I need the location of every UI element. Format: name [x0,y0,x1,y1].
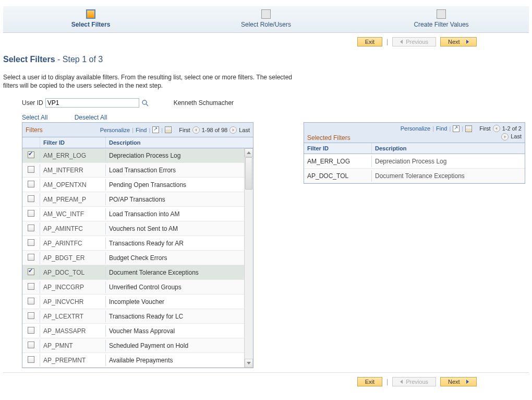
range-text: 1-2 of 2 [502,125,522,132]
col-filter-id[interactable]: Filter ID [43,139,65,146]
cell-description: Unverified Control Groups [106,281,253,293]
cell-description: Transactions Ready for LC [106,311,253,322]
table-row[interactable]: AM_ERR_LOGDepreciation Process Log [22,148,253,163]
cell-description: Load Transaction into AM [106,208,253,220]
user-id-input[interactable] [45,98,139,108]
table-row[interactable]: AM_WC_INTFLoad Transaction into AM [22,207,253,221]
last-label[interactable]: Last [239,127,250,133]
wizard-steps: Select Filters Select Role/Users Create … [3,6,529,33]
filters-column-headers: Filter ID Description [22,137,253,148]
next-button[interactable]: Next [440,37,477,46]
svg-point-0 [142,100,147,104]
first-label[interactable]: First [479,125,490,132]
selected-filters-grid: Personalize | Find | | First 1-2 of 2 Se… [304,122,525,184]
last-label[interactable]: Last [511,133,522,140]
next-label: Next [448,379,460,385]
cell-filter-id: AM_ERR_LOG [304,156,372,167]
download-icon[interactable] [465,125,472,132]
wizard-step-select-filters[interactable]: Select Filters [3,6,178,32]
personalize-link[interactable]: Personalize [401,125,430,132]
find-link[interactable]: Find [436,125,447,132]
table-row[interactable]: AP_INCCGRPUnverified Control Groups [22,280,253,295]
wizard-step-label: Select Role/Users [178,21,354,28]
row-checkbox[interactable] [28,195,34,202]
table-row[interactable]: AP_MASSAPRVoucher Mass Approval [22,324,253,338]
table-row[interactable]: AP_DOC_TOLDocument Tolerance Exceptions [304,169,525,183]
vertical-separator: | [386,378,388,385]
row-checkbox[interactable] [28,342,34,348]
cell-description: Pending Open Transactions [106,179,253,191]
table-row[interactable]: AP_INCVCHRIncomplete Voucher [22,295,253,309]
next-page-icon[interactable] [229,126,237,134]
row-checkbox[interactable] [28,356,34,363]
cell-description: Document Tolerance Exceptions [106,267,253,278]
table-row[interactable]: AP_DOC_TOLDocument Tolerance Exceptions [22,265,253,280]
find-link[interactable]: Find [136,127,147,133]
deselect-all-link[interactable]: Deselect All [75,114,107,121]
row-checkbox[interactable] [28,298,34,304]
col-description[interactable]: Description [375,145,407,151]
filters-grid-tools: Personalize | Find | | First 1-98 of 98 … [100,126,250,134]
chevron-left-icon [400,380,403,384]
previous-button[interactable]: Previous [392,37,436,46]
prev-page-icon[interactable] [493,125,500,132]
row-checkbox[interactable] [28,239,34,246]
wizard-step-create-filter-values[interactable]: Create Filter Values [354,6,529,32]
scroll-up-icon[interactable] [245,148,253,157]
range-text: 1-98 of 98 [202,127,228,133]
next-button[interactable]: Next [440,377,477,386]
cell-filter-id: AM_PREAM_P [40,194,106,205]
prev-page-icon[interactable] [192,126,200,134]
first-label[interactable]: First [179,127,190,133]
zoom-icon[interactable] [152,126,159,133]
table-row[interactable]: AM_ERR_LOGDepreciation Process Log [304,154,525,169]
bottom-button-bar: Exit | Previous Next [3,377,529,386]
user-id-label: User ID [22,99,43,107]
select-all-link[interactable]: Select All [22,114,47,121]
chevron-right-icon [466,380,469,384]
selected-column-headers: Filter ID Description [304,143,525,154]
col-description[interactable]: Description [109,139,141,146]
wizard-step-label: Select Filters [3,21,178,28]
wizard-step-select-role-users[interactable]: Select Role/Users [178,6,354,32]
zoom-icon[interactable] [453,125,460,132]
row-checkbox[interactable] [28,268,34,275]
scroll-down-icon[interactable] [245,359,253,368]
lookup-icon[interactable] [141,99,149,107]
row-checkbox[interactable] [28,283,34,290]
exit-button[interactable]: Exit [357,377,382,386]
row-checkbox[interactable] [28,181,34,187]
table-row[interactable]: AM_INTFERRLoad Transaction Errors [22,163,253,178]
row-checkbox[interactable] [28,210,34,217]
row-checkbox[interactable] [28,225,34,231]
row-checkbox[interactable] [28,312,34,319]
cell-filter-id: AP_DOC_TOL [304,170,372,182]
previous-button[interactable]: Previous [392,377,436,386]
scrollbar[interactable] [244,148,253,368]
table-row[interactable]: AP_PREPMNTAvailable Prepayments [22,353,253,368]
col-filter-id[interactable]: Filter ID [307,145,329,151]
table-row[interactable]: AM_OPENTXNPending Open Transactions [22,178,253,192]
row-checkbox[interactable] [28,151,34,158]
previous-label: Previous [406,379,428,385]
cell-filter-id: AP_ARINTFC [40,238,106,249]
next-page-icon[interactable] [501,133,509,140]
filters-rows: AM_ERR_LOGDepreciation Process LogAM_INT… [22,148,253,368]
table-row[interactable]: AP_AMINTFCVouchers not Sent to AM [22,221,253,236]
scroll-thumb[interactable] [245,157,252,190]
row-checkbox[interactable] [28,166,34,173]
chevron-right-icon [466,40,469,44]
table-row[interactable]: AP_BDGT_ERBudget Check Errors [22,251,253,265]
wizard-step-box-icon [86,9,95,19]
table-row[interactable]: AP_ARINTFCTransactions Ready for AR [22,236,253,251]
table-row[interactable]: AM_PREAM_PPO/AP Transactions [22,192,253,207]
table-row[interactable]: AP_LCEXTRTTransactions Ready for LC [22,309,253,324]
download-icon[interactable] [165,126,172,133]
row-checkbox[interactable] [28,254,34,261]
table-row[interactable]: AP_PMNTScheduled Payment on Hold [22,338,253,353]
svg-line-1 [146,104,148,106]
cell-description: Transactions Ready for AR [106,238,253,249]
personalize-link[interactable]: Personalize [100,127,130,133]
exit-button[interactable]: Exit [357,37,382,46]
row-checkbox[interactable] [28,327,34,334]
